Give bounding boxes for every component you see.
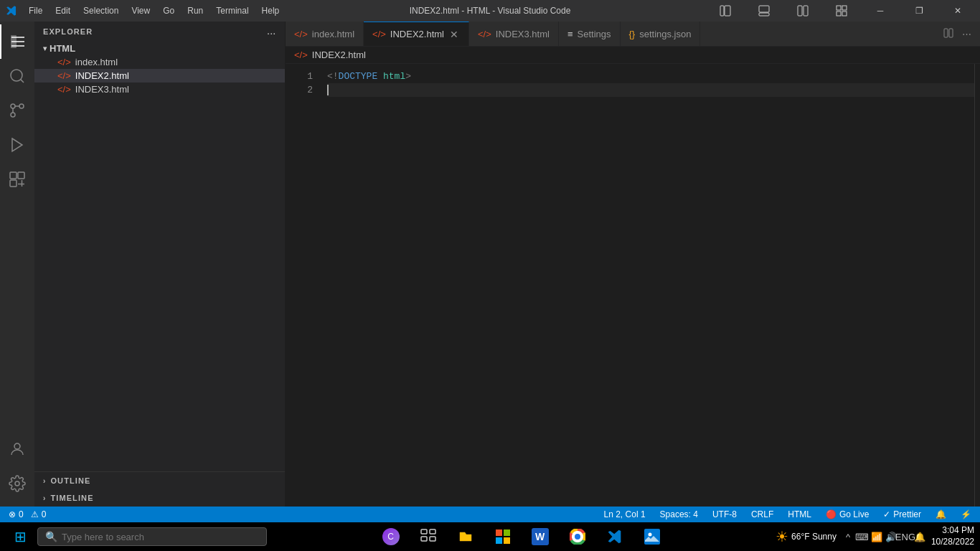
activity-bar — [0, 22, 34, 507]
activity-settings[interactable] — [0, 466, 34, 501]
cursor-position[interactable]: Ln 2, Col 1 — [601, 507, 649, 522]
warning-icon: ⚠ — [31, 509, 39, 519]
menu-edit[interactable]: Edit — [50, 4, 76, 17]
systray-icons: ^ ⌨ 📶 🔊 ENG 🔔 — [842, 531, 925, 542]
vscode-logo-icon — [6, 5, 17, 17]
menu-file[interactable]: File — [23, 4, 48, 17]
activity-search[interactable] — [0, 59, 34, 93]
sidebar-more-icon[interactable]: ... — [268, 27, 276, 36]
go-live-button[interactable]: 🔴 Go Live — [823, 507, 872, 522]
panel-toggle-icon[interactable] — [748, 0, 781, 22]
svg-rect-29 — [504, 529, 510, 536]
html-file-icon: </> — [57, 84, 71, 95]
cortana-icon[interactable]: C — [375, 523, 407, 550]
breadcrumb-filename: INDEX2.html — [312, 50, 366, 60]
chrome-icon[interactable] — [562, 523, 593, 550]
network-icon[interactable]: 📶 — [871, 531, 882, 542]
tab-index-html[interactable]: </> index.html — [286, 22, 364, 47]
code-content[interactable]: <!DOCTYPE html> — [321, 64, 974, 507]
svg-marker-16 — [12, 138, 22, 151]
titlebar: File Edit Selection View Go Run Terminal… — [0, 0, 980, 22]
line-ending[interactable]: CRLF — [748, 507, 776, 522]
sidebar-toggle-icon[interactable] — [709, 0, 742, 22]
menu-go[interactable]: Go — [157, 4, 180, 17]
tab-label: settings.json — [639, 29, 691, 39]
tab-index2-html[interactable]: </> INDEX2.html ✕ — [364, 22, 469, 47]
menu-terminal[interactable]: Terminal — [210, 4, 254, 17]
activity-run[interactable] — [0, 128, 34, 162]
menu-view[interactable]: View — [126, 4, 156, 17]
prettier-label: Prettier — [893, 509, 921, 519]
html-icon: </> — [478, 29, 491, 39]
microsoft-store-icon[interactable] — [487, 523, 519, 550]
remote-icon[interactable]: ⚡ — [958, 507, 974, 522]
json-icon: {} — [629, 29, 636, 39]
file-index3-html[interactable]: </> INDEX3.html — [34, 83, 285, 96]
svg-rect-18 — [18, 172, 24, 179]
activity-source-control[interactable] — [0, 93, 34, 128]
timeline-panel-header[interactable]: › Timeline — [34, 489, 285, 507]
task-view-icon[interactable] — [413, 523, 444, 550]
error-count-label: 0 — [19, 509, 24, 519]
close-button[interactable]: ✕ — [941, 0, 974, 22]
photos-icon[interactable] — [636, 523, 668, 550]
folder-html[interactable]: ▾ HTML — [34, 42, 285, 55]
notification-bell-icon[interactable]: 🔔 — [933, 507, 949, 522]
language-mode[interactable]: HTML — [785, 507, 814, 522]
file-index2-html[interactable]: </> INDEX2.html — [34, 69, 285, 83]
editor-layout-icon[interactable] — [786, 0, 819, 22]
activity-account[interactable] — [0, 432, 34, 466]
error-count[interactable]: ⊗ 0 ⚠ 0 — [6, 507, 49, 522]
notification-icon[interactable]: 🔔 — [914, 531, 925, 542]
search-input[interactable] — [62, 532, 248, 542]
file-index-html[interactable]: </> index.html — [34, 55, 285, 69]
sidebar-panels: › Outline › Timeline — [34, 471, 285, 507]
tab-settings[interactable]: ≡ Settings — [559, 22, 621, 47]
file-explorer-icon[interactable] — [450, 523, 481, 550]
file-label: index.html — [75, 57, 118, 67]
menu-selection[interactable]: Selection — [77, 4, 124, 17]
svg-point-14 — [19, 104, 24, 108]
tab-settings-json[interactable]: {} settings.json — [621, 22, 701, 47]
menu-help[interactable]: Help — [256, 4, 286, 17]
code-editor[interactable]: 1 2 <!DOCTYPE html> — [286, 64, 980, 507]
lang-icon[interactable]: ENG — [900, 531, 911, 542]
outline-chevron-icon: › — [43, 477, 46, 485]
vscode-taskbar-icon[interactable] — [599, 523, 631, 550]
menu-bar: File Edit Selection View Go Run Terminal… — [23, 4, 285, 17]
outline-panel-header[interactable]: › Outline — [34, 472, 285, 489]
word-icon[interactable]: W — [524, 523, 556, 550]
keyboard-icon[interactable]: ⌨ — [857, 531, 868, 542]
minimap — [974, 64, 980, 507]
tab-label: INDEX2.html — [390, 29, 444, 39]
svg-rect-1 — [725, 6, 730, 16]
settings-tab-icon: ≡ — [567, 29, 573, 39]
encoding[interactable]: UTF-8 — [710, 507, 740, 522]
restore-button[interactable]: ❐ — [903, 0, 936, 22]
html-file-icon: </> — [57, 57, 71, 67]
activity-extensions[interactable] — [0, 162, 34, 197]
split-editor-icon[interactable] — [941, 25, 956, 43]
more-tabs-icon[interactable]: ⋯ — [959, 26, 974, 42]
chevron-up-icon[interactable]: ^ — [842, 531, 854, 542]
svg-point-21 — [15, 481, 19, 486]
html-icon: </> — [372, 29, 386, 39]
tab-index3-html[interactable]: </> INDEX3.html — [469, 22, 559, 47]
file-label: INDEX3.html — [75, 84, 129, 95]
go-live-icon: 🔴 — [826, 509, 837, 519]
svg-rect-7 — [842, 6, 847, 10]
line-number: 2 — [286, 83, 313, 97]
search-bar[interactable]: 🔍 — [37, 527, 267, 546]
prettier-button[interactable]: ✓ Prettier — [880, 507, 924, 522]
start-button[interactable]: ⊞ — [6, 522, 34, 551]
token-punct: <! — [327, 70, 339, 83]
minimize-button[interactable]: ─ — [864, 0, 897, 22]
close-tab-icon[interactable]: ✕ — [448, 27, 460, 42]
main-content: Explorer ... ▾ HTML </> index.html </> I… — [0, 22, 980, 507]
weather-widget[interactable]: ☀ 66°F Sunny — [776, 528, 837, 545]
grid-icon[interactable] — [825, 0, 858, 22]
menu-run[interactable]: Run — [182, 4, 209, 17]
clock[interactable]: 3:04 PM 10/28/2022 — [931, 525, 974, 547]
activity-explorer[interactable] — [0, 24, 34, 59]
indentation[interactable]: Spaces: 4 — [657, 507, 701, 522]
